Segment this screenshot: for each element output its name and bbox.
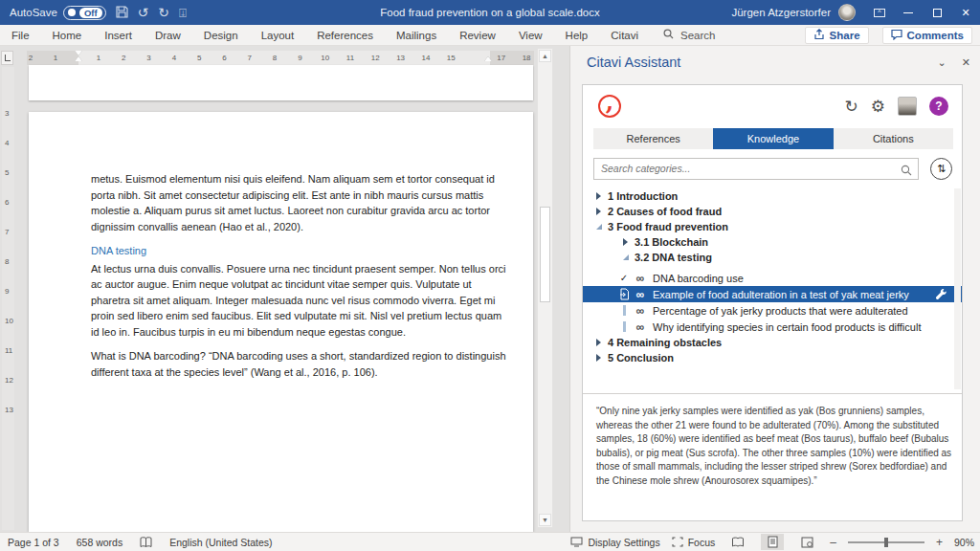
window-titlebar: AutoSave Off ↺ ↻ ⍗ Food fraud prevention… — [0, 0, 980, 25]
chevron-right-icon[interactable] — [596, 339, 601, 346]
vertical-ruler[interactable]: 345678910111213 — [2, 67, 14, 530]
settings-gear-icon[interactable]: ⚙ — [871, 99, 885, 115]
tree-category[interactable]: 3 Food fraud prevention — [583, 219, 962, 234]
help-icon[interactable]: ? — [929, 97, 948, 116]
zoom-in-button[interactable]: + — [936, 536, 943, 549]
paragraph[interactable]: metus. Euismod elementum nisi quis eleif… — [91, 171, 506, 234]
category-search-input[interactable] — [601, 159, 888, 179]
ribbon-tab-row: File Home Insert Draw Design Layout Refe… — [0, 25, 980, 46]
scroll-up-arrow[interactable]: ▲ — [539, 50, 551, 62]
tree-category[interactable]: 2 Causes of food fraud — [583, 204, 962, 219]
undo-icon[interactable]: ↺ — [138, 6, 149, 19]
tree-category[interactable]: 4 Remaining obstacles — [583, 335, 962, 350]
document-page[interactable]: metus. Euismod elementum nisi quis eleif… — [29, 112, 533, 532]
zoom-slider[interactable] — [848, 541, 924, 543]
knowledge-item[interactable]: ✓ ∞ DNA barcoding use — [583, 270, 962, 286]
paragraph[interactable]: At lectus urna duis convallis. Posuere u… — [91, 261, 506, 341]
citavi-user-avatar[interactable] — [898, 97, 917, 116]
preview-divider — [583, 393, 962, 394]
chevron-right-icon[interactable] — [596, 192, 601, 200]
close-button[interactable]: ✕ — [951, 0, 980, 25]
tab-layout[interactable]: Layout — [250, 25, 306, 46]
wrench-icon[interactable] — [934, 288, 947, 302]
scrollbar-thumb[interactable] — [540, 207, 550, 302]
zoom-slider-thumb[interactable] — [884, 538, 888, 547]
tab-design[interactable]: Design — [192, 25, 250, 46]
chevron-right-icon[interactable] — [623, 238, 628, 246]
tab-draw[interactable]: Draw — [144, 25, 192, 46]
tab-citations[interactable]: Citations — [834, 128, 953, 149]
tree-scrollbar-track[interactable] — [954, 188, 961, 389]
chevron-expanded-icon[interactable] — [596, 224, 602, 230]
status-bar: Page 1 of 3 658 words English (United St… — [0, 532, 980, 551]
link-icon: ∞ — [633, 290, 648, 299]
tab-mailings[interactable]: Mailings — [385, 25, 448, 46]
tab-review[interactable]: Review — [448, 25, 507, 46]
chevron-expanded-icon[interactable] — [623, 254, 629, 260]
display-settings-button[interactable]: Display Settings — [570, 537, 659, 548]
tab-file[interactable]: File — [0, 25, 41, 46]
refresh-icon[interactable]: ↻ — [845, 99, 858, 115]
link-icon: ∞ — [633, 274, 648, 283]
link-icon: ∞ — [633, 306, 648, 316]
panel-collapse-icon[interactable]: ⌄ — [938, 56, 947, 69]
tree-category[interactable]: 3.1 Blockchain — [583, 234, 962, 250]
print-layout-icon[interactable] — [761, 534, 784, 550]
share-button[interactable]: Share — [805, 27, 869, 44]
minimize-button[interactable] — [894, 0, 923, 25]
knowledge-item[interactable]: ∞ Why identifying species in certain foo… — [583, 319, 962, 335]
sort-order-button[interactable]: ⇅ — [930, 158, 952, 180]
search-box[interactable]: Search — [663, 29, 715, 41]
tab-knowledge[interactable]: Knowledge — [713, 128, 833, 149]
comments-button[interactable]: Comments — [882, 27, 972, 44]
tab-references-citavi[interactable]: References — [593, 128, 713, 149]
horizontal-ruler[interactable]: 211234567891011121314151718 — [27, 51, 534, 65]
restore-button[interactable] — [923, 0, 951, 25]
tab-references[interactable]: References — [305, 25, 385, 46]
panel-close-icon[interactable]: ✕ — [962, 56, 970, 69]
right-indent-marker[interactable] — [484, 56, 492, 61]
quotation-bar-icon — [617, 305, 631, 316]
tree-category[interactable]: 1 Introduction — [583, 188, 962, 204]
document-scrollbar[interactable]: ▲ ▼ — [537, 48, 553, 528]
tree-category[interactable]: 5 Conclusion — [583, 350, 962, 365]
language-indicator[interactable]: English (United States) — [169, 537, 272, 548]
check-icon: ✓ — [617, 273, 631, 283]
chevron-right-icon[interactable] — [596, 208, 601, 215]
tree-category[interactable]: 3.2 DNA testing — [583, 250, 962, 265]
autosave-state: Off — [79, 8, 102, 18]
word-count[interactable]: 658 words — [77, 537, 122, 548]
ribbon-display-options-button[interactable]: ^ — [865, 0, 894, 25]
tab-help[interactable]: Help — [554, 25, 600, 46]
citavi-tabs: References Knowledge Citations — [593, 128, 953, 149]
redo-icon[interactable]: ↻ — [158, 6, 169, 19]
account-info[interactable]: Jürgen Atzgerstorfer — [722, 4, 865, 21]
quotation-bar-icon — [617, 321, 631, 332]
read-mode-icon[interactable] — [726, 534, 749, 550]
zoom-level[interactable]: 90% — [954, 537, 974, 548]
tab-view[interactable]: View — [507, 25, 554, 46]
comments-label: Comments — [907, 30, 964, 41]
tab-home[interactable]: Home — [41, 25, 94, 46]
section-heading[interactable]: DNA testing — [91, 243, 506, 259]
paragraph[interactable]: What is DNA barcoding? “DNA barcoding us… — [91, 348, 506, 380]
knowledge-item-selected[interactable]: ∞ Example of food adulteration in a test… — [583, 286, 962, 302]
tab-stop-selector[interactable] — [1, 51, 13, 65]
save-icon[interactable] — [116, 6, 128, 20]
autosave-label: AutoSave — [10, 7, 57, 18]
tab-insert[interactable]: Insert — [93, 25, 144, 46]
tab-citavi[interactable]: Citavi — [599, 25, 650, 46]
scroll-down-arrow[interactable]: ▼ — [539, 514, 551, 526]
category-search-field[interactable] — [593, 158, 919, 180]
autosave-switch[interactable]: Off — [63, 6, 106, 20]
autosave-toggle[interactable]: AutoSave Off — [10, 6, 106, 20]
web-layout-icon[interactable] — [795, 534, 818, 550]
customize-quick-access-toolbar-icon[interactable]: ⍗ — [179, 7, 187, 19]
user-avatar[interactable] — [838, 4, 856, 21]
zoom-out-button[interactable]: – — [830, 536, 836, 549]
proofing-icon[interactable] — [140, 537, 152, 548]
chevron-right-icon[interactable] — [596, 354, 601, 362]
focus-button[interactable]: Focus — [672, 537, 716, 548]
knowledge-item[interactable]: ∞ Percentage of yak jerky products that … — [583, 302, 962, 319]
page-indicator[interactable]: Page 1 of 3 — [8, 537, 59, 548]
